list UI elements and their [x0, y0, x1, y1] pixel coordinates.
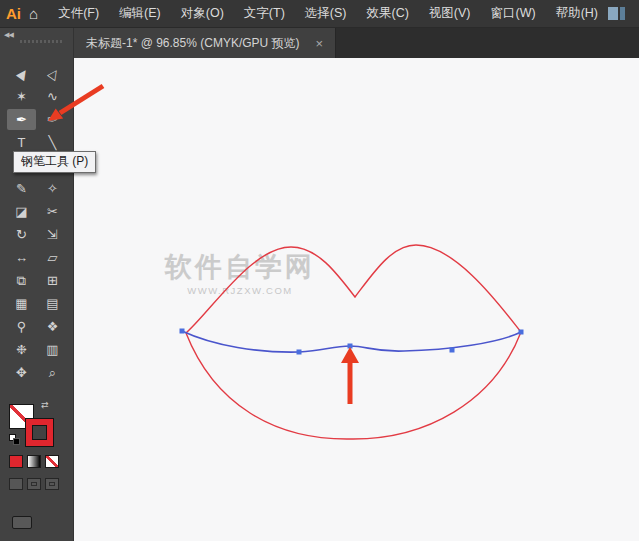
watermark-url: WWW.RJZXW.COM	[187, 285, 293, 296]
watermark-text: 软件自学网	[164, 252, 315, 282]
width-tool[interactable]: ↔	[7, 247, 36, 268]
menu-help[interactable]: 帮助(H)	[546, 0, 608, 27]
shape-builder-tool[interactable]: ⧉	[7, 270, 36, 291]
menu-bar: Ai ⌂ 文件(F) 编辑(E) 对象(O) 文字(T) 选择(S) 效果(C)…	[0, 0, 639, 28]
zoom-tool[interactable]: ⌕	[38, 362, 67, 383]
illustrator-window: Ai ⌂ 文件(F) 编辑(E) 对象(O) 文字(T) 选择(S) 效果(C)…	[0, 0, 639, 541]
line-segment-tool[interactable]: ╲	[38, 132, 67, 153]
menu-effect[interactable]: 效果(C)	[356, 0, 418, 27]
blend-tool[interactable]: ❖	[38, 316, 67, 337]
magic-wand-tool[interactable]: ✶	[7, 86, 36, 107]
anchor-point[interactable]	[180, 329, 185, 334]
workspace-switcher-icon[interactable]	[608, 7, 625, 20]
perspective-grid-tool[interactable]: ⊞	[38, 270, 67, 291]
anchor-point[interactable]	[297, 350, 302, 355]
scale-tool[interactable]: ⇲	[38, 224, 67, 245]
hand-tool[interactable]: ✥	[7, 362, 36, 383]
collapse-panel-icon[interactable]: ◀◀	[4, 31, 13, 39]
document-tab[interactable]: 未标题-1* @ 96.85% (CMYK/GPU 预览) ×	[74, 28, 336, 58]
menu-view[interactable]: 视图(V)	[419, 0, 481, 27]
pen-path[interactable]	[182, 331, 521, 352]
swap-fill-stroke-icon[interactable]: ⇄	[41, 400, 49, 410]
tools-panel: ◀◀ ▶ ▷ ✶ ∿ ✒ ✑ T ╲ ▭ ✐ ✎ ✧ ◪ ✂ ↻ ⇲ ↔ ▱ ⧉…	[0, 28, 74, 541]
color-mode-buttons	[9, 455, 59, 468]
menu-edit[interactable]: 编辑(E)	[109, 0, 171, 27]
gradient-tool[interactable]: ▤	[38, 293, 67, 314]
pen-tool-tooltip: 钢笔工具 (P)	[13, 151, 96, 173]
eraser-tool[interactable]: ◪	[7, 201, 36, 222]
none-button[interactable]	[45, 455, 59, 468]
draw-normal-button[interactable]	[9, 478, 23, 490]
tools-grid: ▶ ▷ ✶ ∿ ✒ ✑ T ╲ ▭ ✐ ✎ ✧ ◪ ✂ ↻ ⇲ ↔ ▱ ⧉ ⊞ …	[6, 62, 68, 384]
pencil-tool[interactable]: ✎	[7, 178, 36, 199]
artwork-layer[interactable]: 软件自学网 WWW.RJZXW.COM	[74, 58, 639, 541]
eyedropper-tool[interactable]: ⚲	[7, 316, 36, 337]
canvas[interactable]: 软件自学网 WWW.RJZXW.COM	[74, 58, 639, 541]
color-button[interactable]	[9, 455, 23, 468]
anchor-point[interactable]	[450, 348, 455, 353]
app-logo: Ai	[4, 5, 23, 22]
tab-close-icon[interactable]: ×	[316, 37, 324, 50]
scissors-tool[interactable]: ✂	[38, 201, 67, 222]
anchor-point[interactable]	[519, 330, 524, 335]
menu-items: 文件(F) 编辑(E) 对象(O) 文字(T) 选择(S) 效果(C) 视图(V…	[48, 0, 608, 27]
screen-mode-button[interactable]	[12, 516, 32, 529]
selection-tool[interactable]: ▶	[7, 63, 36, 84]
type-tool[interactable]: T	[7, 132, 36, 153]
annotation-arrow-up-head	[341, 347, 359, 363]
column-graph-tool[interactable]: ▥	[38, 339, 67, 360]
stroke-swatch[interactable]	[26, 419, 53, 446]
home-icon[interactable]: ⌂	[29, 5, 38, 22]
rotate-tool[interactable]: ↻	[7, 224, 36, 245]
pen-tool[interactable]: ✒	[7, 109, 36, 130]
document-tab-bar: 未标题-1* @ 96.85% (CMYK/GPU 预览) ×	[74, 28, 639, 58]
panel-grip[interactable]	[20, 40, 63, 43]
drawing-mode-buttons	[9, 478, 59, 490]
lasso-tool[interactable]: ∿	[38, 86, 67, 107]
screen-mode-row	[12, 516, 32, 529]
menu-object[interactable]: 对象(O)	[171, 0, 234, 27]
menu-window[interactable]: 窗口(W)	[481, 0, 546, 27]
draw-inside-button[interactable]	[45, 478, 59, 490]
free-transform-tool[interactable]: ▱	[38, 247, 67, 268]
fill-stroke-control: ⇄	[9, 404, 55, 450]
menu-file[interactable]: 文件(F)	[48, 0, 109, 27]
curvature-tool[interactable]: ✑	[38, 109, 67, 130]
symbol-sprayer-tool[interactable]: ❉	[7, 339, 36, 360]
direct-selection-tool[interactable]: ▷	[38, 63, 67, 84]
document-tab-title: 未标题-1* @ 96.85% (CMYK/GPU 预览)	[86, 35, 300, 52]
draw-behind-button[interactable]	[27, 478, 41, 490]
mesh-tool[interactable]: ▦	[7, 293, 36, 314]
shaper-tool[interactable]: ✧	[38, 178, 67, 199]
menu-type[interactable]: 文字(T)	[234, 0, 295, 27]
gradient-button[interactable]	[27, 455, 41, 468]
default-fill-stroke-icon[interactable]	[9, 434, 22, 447]
menu-select[interactable]: 选择(S)	[295, 0, 357, 27]
